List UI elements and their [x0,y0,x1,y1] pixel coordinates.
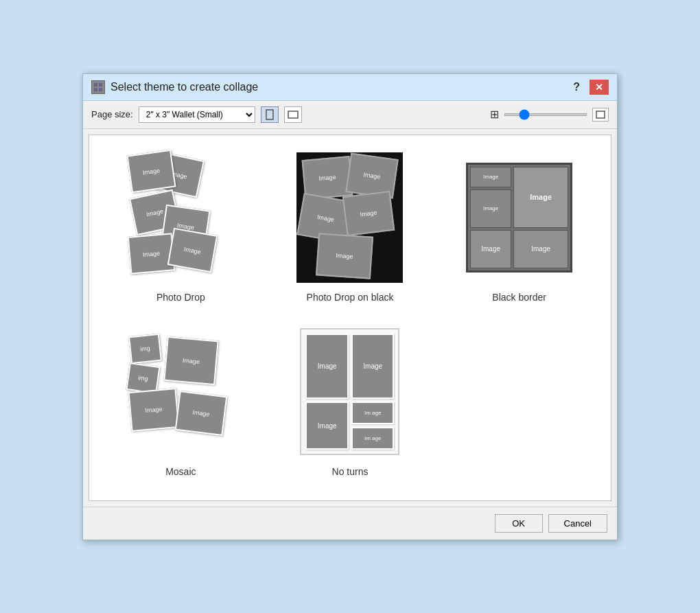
no-turns-container: Image Image Image Im age Im age [300,328,399,455]
theme-photo-drop[interactable]: Image Image Image Image Image Image Phot… [103,149,259,303]
mosaic-preview: img Image img Image Image [119,323,242,461]
theme-photo-drop-black[interactable]: Image Image Image Image Image Photo Drop… [272,149,428,303]
ms-card-1: img [128,334,162,364]
theme-mosaic[interactable]: img Image img Image Image Mosaic [103,323,259,477]
footer: OK Cancel [83,507,617,540]
page-size-label: Page size: [91,109,133,119]
toolbar: Page size: 2" x 3" Wallet (Small) ⊞ [83,101,617,129]
ms-card-2: Image [163,336,218,385]
svg-rect-0 [94,83,97,86]
theme-no-turns[interactable]: Image Image Image Im age Im age No turns [272,323,428,477]
pd-card-6: Image [167,227,218,272]
photo-drop-preview: Image Image Image Image Image Image [119,149,242,286]
nt-cell-2: Image [351,334,395,399]
svg-rect-6 [596,111,605,118]
svg-rect-1 [99,83,102,86]
pd-card-2: Image [127,149,176,193]
title-bar: Select theme to create collage ? ✕ [83,74,617,101]
black-border-preview: Image Image Image Image Image [458,149,581,286]
photo-drop-container: Image Image Image Image Image Image [126,152,235,283]
large-thumb-button[interactable] [592,108,609,122]
nt-cell-4: Im age [351,402,395,424]
pdb-card-4: Image [342,190,395,235]
mosaic-label: Mosaic [165,466,196,477]
svg-rect-5 [288,111,298,118]
black-border-container: Image Image Image Image Image [466,163,572,273]
ms-card-5: Image [175,391,228,436]
svg-rect-2 [94,88,97,91]
portrait-button[interactable] [261,106,279,123]
nt-cell-1: Image [305,334,349,399]
svg-rect-3 [99,88,102,91]
photo-drop-black-label: Photo Drop on black [307,292,394,303]
bb-cell-4: Image [470,230,511,268]
no-turns-label: No turns [332,466,369,477]
no-turns-preview: Image Image Image Im age Im age [288,323,412,461]
select-theme-dialog: Select theme to create collage ? ✕ Page … [82,73,618,540]
cancel-button[interactable]: Cancel [548,514,607,533]
bb-cell-5: Image [513,230,568,268]
bb-cell-3: Image [470,189,511,228]
app-icon [91,80,105,94]
dialog-title: Select theme to create collage [110,81,258,93]
grid-view-icon[interactable]: ⊞ [490,108,499,121]
mosaic-container: img Image img Image Image [128,332,234,452]
ms-card-4: Image [128,388,179,432]
bb-cell-2: Image [513,167,568,228]
bb-cell-1: Image [470,167,511,187]
photo-drop-black-container: Image Image Image Image Image [296,152,403,283]
pdb-card-1: Image [302,156,353,200]
nt-cell-5: Im age [351,427,395,450]
help-button[interactable]: ? [569,81,584,93]
svg-rect-4 [266,110,273,119]
page-size-select[interactable]: 2" x 3" Wallet (Small) [139,106,255,123]
themes-content-area: Image Image Image Image Image Image Phot… [89,135,611,501]
photo-drop-black-preview: Image Image Image Image Image [288,149,412,286]
title-bar-left: Select theme to create collage [91,80,258,94]
nt-cell-3: Image [305,402,349,450]
zoom-slider[interactable] [504,113,587,116]
pdb-card-2: Image [346,152,399,198]
ok-button[interactable]: OK [495,514,543,533]
theme-black-border[interactable]: Image Image Image Image Image Black bord… [441,149,597,303]
pd-card-5: Image [128,233,176,274]
pdb-card-5: Image [316,233,373,279]
photo-drop-label: Photo Drop [156,292,205,303]
black-border-label: Black border [492,292,546,303]
close-button[interactable]: ✕ [590,80,609,95]
themes-grid: Image Image Image Image Image Image Phot… [103,149,597,477]
title-bar-right: ? ✕ [569,80,609,95]
landscape-button[interactable] [284,106,302,123]
